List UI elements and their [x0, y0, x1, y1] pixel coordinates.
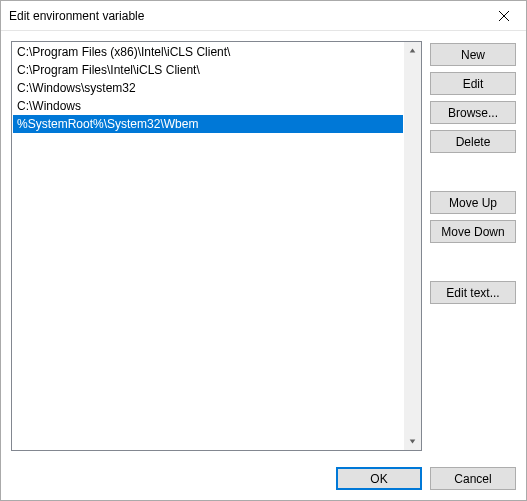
chevron-down-icon	[409, 438, 416, 445]
side-buttons: New Edit Browse... Delete Move Up Move D…	[430, 41, 516, 459]
edit-button[interactable]: Edit	[430, 72, 516, 95]
cancel-button[interactable]: Cancel	[430, 467, 516, 490]
path-list[interactable]: C:\Program Files (x86)\Intel\iCLS Client…	[12, 42, 404, 450]
delete-button[interactable]: Delete	[430, 130, 516, 153]
dialog-body: C:\Program Files (x86)\Intel\iCLS Client…	[1, 31, 526, 500]
list-item[interactable]: %SystemRoot%\System32\Wbem	[13, 115, 403, 133]
close-icon	[499, 11, 509, 21]
chevron-up-icon	[409, 47, 416, 54]
dialog-footer: OK Cancel	[11, 459, 516, 490]
ok-button[interactable]: OK	[336, 467, 422, 490]
svg-marker-2	[410, 48, 416, 52]
scroll-down-button[interactable]	[404, 433, 421, 450]
browse-button[interactable]: Browse...	[430, 101, 516, 124]
scroll-up-button[interactable]	[404, 42, 421, 59]
list-item[interactable]: C:\Program Files (x86)\Intel\iCLS Client…	[13, 43, 403, 61]
svg-marker-3	[410, 439, 416, 443]
list-item[interactable]: C:\Windows\system32	[13, 79, 403, 97]
titlebar: Edit environment variable	[1, 1, 526, 31]
main-row: C:\Program Files (x86)\Intel\iCLS Client…	[11, 41, 516, 459]
path-list-container: C:\Program Files (x86)\Intel\iCLS Client…	[11, 41, 422, 451]
list-item[interactable]: C:\Windows	[13, 97, 403, 115]
list-item[interactable]: C:\Program Files\Intel\iCLS Client\	[13, 61, 403, 79]
edit-text-button[interactable]: Edit text...	[430, 281, 516, 304]
new-button[interactable]: New	[430, 43, 516, 66]
move-up-button[interactable]: Move Up	[430, 191, 516, 214]
close-button[interactable]	[481, 1, 526, 30]
scroll-track[interactable]	[404, 59, 421, 433]
window-title: Edit environment variable	[9, 9, 481, 23]
dialog-window: Edit environment variable C:\Program Fil…	[0, 0, 527, 501]
move-down-button[interactable]: Move Down	[430, 220, 516, 243]
scrollbar[interactable]	[404, 42, 421, 450]
